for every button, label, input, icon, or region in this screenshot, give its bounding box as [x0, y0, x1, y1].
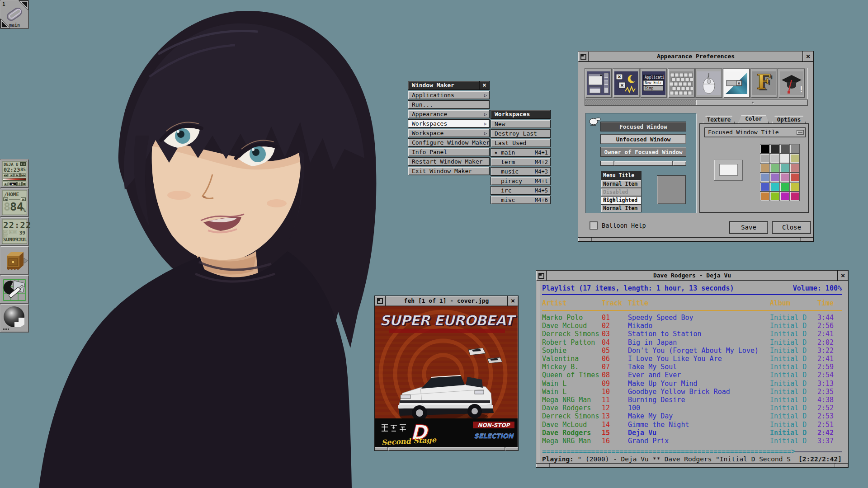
- playlist-row[interactable]: Derreck Simons03Station to StationInitia…: [542, 330, 842, 338]
- section-keyboard[interactable]: [668, 68, 695, 98]
- dockapp-config-tool[interactable]: [0, 275, 29, 304]
- workspaces-menu-item-term[interactable]: termM4+2: [491, 158, 551, 166]
- palette-color-15[interactable]: [790, 173, 799, 182]
- palette-color-10[interactable]: [780, 164, 789, 172]
- playlist-row[interactable]: Mega NRG Man11Burning DesireInitial D4:3…: [542, 396, 842, 404]
- wprefs-titlebar[interactable]: Appearance Preferences ×: [578, 52, 813, 62]
- workspaces-menu-titlebar[interactable]: Workspaces: [491, 110, 551, 119]
- dockapp-disk-usage[interactable]: /HOME ◀ ▶ 8 84 %: [0, 188, 29, 217]
- feh-close-button[interactable]: ×: [507, 296, 518, 306]
- section-appearance[interactable]: ×: [723, 68, 750, 98]
- column-artist[interactable]: Artist: [542, 299, 602, 307]
- menu-item-info-panel[interactable]: Info Panel: [408, 148, 490, 156]
- root-menu-titlebar[interactable]: Window Maker ×: [408, 81, 490, 90]
- menu-item-workspaces[interactable]: Workspaces▷: [408, 119, 490, 128]
- dockapp-music-player[interactable]: DEJA U 02:23 : 85 ◀◀ ◀ ▶ ▶▶ ▲ ▶ ‖ ■: [0, 159, 29, 188]
- scrollbar-thumb[interactable]: [696, 100, 807, 105]
- music-next-button[interactable]: ▶▶: [20, 173, 26, 177]
- column-track[interactable]: Track: [602, 299, 628, 307]
- palette-color-11[interactable]: [790, 164, 799, 172]
- music-stop-button[interactable]: ■: [22, 182, 26, 186]
- workspaces-menu-item-irc[interactable]: ircM4+5: [491, 186, 551, 195]
- playlist-row[interactable]: Derreck Simons13Make My DayInitial D2:53: [542, 412, 842, 420]
- dockapp-clock[interactable]: 22:22 AM ALRM PM 39 SUN09JUL: [0, 217, 29, 246]
- wprefs-close-button[interactable]: ×: [802, 52, 813, 62]
- toolbar-scrollbar[interactable]: [585, 99, 808, 106]
- workspaces-menu-item-new[interactable]: New: [491, 120, 551, 128]
- playlist-row[interactable]: Marko Polo01Speedy Speed BoyInitial D3:4…: [542, 314, 842, 322]
- menu-sample-disabled[interactable]: Disabled Item: [601, 188, 642, 196]
- music-pause-button[interactable]: ‖: [17, 182, 22, 186]
- palette-color-17[interactable]: [770, 183, 779, 191]
- tab-color[interactable]: Color: [738, 115, 769, 123]
- balloon-help-checkbox[interactable]: [590, 221, 598, 230]
- close-button[interactable]: Close: [772, 221, 811, 234]
- workspaces-menu-item-misc[interactable]: miscM4+6: [491, 196, 551, 204]
- playlist-row[interactable]: Wain L10Goodbye Yellow Brick RoadInitial…: [542, 388, 842, 396]
- playlist-row[interactable]: Dave McLoud14Gimme the NightInitial D2:5…: [542, 421, 842, 429]
- workspaces-menu-item-last-used[interactable]: Last Used: [491, 139, 551, 147]
- music-prev-button[interactable]: ◀◀: [3, 173, 8, 177]
- playlist-row[interactable]: Mega NRG Man16Grand PrixInitial D3:37: [542, 437, 842, 445]
- palette-color-7[interactable]: [790, 154, 799, 163]
- section-menu-prefs[interactable]: Applicati New Entr Gimp: [640, 68, 667, 98]
- palette-color-14[interactable]: [780, 173, 789, 182]
- player-titlebar[interactable]: Dave Rodgers - Deja Vu ×: [536, 271, 848, 281]
- palette-color-23[interactable]: [790, 192, 799, 201]
- palette-color-12[interactable]: [760, 173, 769, 182]
- palette-color-19[interactable]: [790, 183, 799, 191]
- playlist-row[interactable]: Dave Rodgers15Deja VuInitial D2:42: [542, 429, 842, 437]
- menu-sample-normal[interactable]: Normal Item: [601, 180, 642, 188]
- palette-color-18[interactable]: [780, 183, 789, 191]
- owner-window-sample[interactable]: Owner of Focused Window: [600, 147, 686, 157]
- workspace-clip[interactable]: 1 main: [0, 0, 29, 29]
- music-play-button[interactable]: ▶: [9, 182, 17, 186]
- palette-color-13[interactable]: [770, 173, 779, 182]
- feh-miniaturize-button[interactable]: [375, 296, 386, 306]
- playlist-row[interactable]: Queen of Times08Ever and EverInitial D2:…: [542, 371, 842, 379]
- playlist-row[interactable]: Sophie05Don't You (Forget About My Love)…: [542, 347, 842, 355]
- section-expert[interactable]: !: [778, 68, 805, 98]
- workspaces-menu-item-piracy[interactable]: piracyM4+t: [491, 177, 551, 185]
- section-font[interactable]: F F: [750, 68, 778, 98]
- playlist-row[interactable]: Valentina06I Love You Like You AreInitia…: [542, 355, 842, 363]
- menu-item-appearance[interactable]: Appearance▷: [408, 110, 490, 118]
- track-progress-line[interactable]: ========================================…: [542, 447, 842, 455]
- palette-color-20[interactable]: [760, 192, 769, 201]
- workspaces-menu-item-main[interactable]: ◈mainM4+1: [491, 148, 551, 157]
- menu-sample-title[interactable]: Menu Title: [601, 171, 642, 180]
- column-time[interactable]: Time: [817, 299, 842, 307]
- dockapp-drawer[interactable]: [0, 246, 29, 275]
- playlist-row[interactable]: Dave Rodgers12100Initial D2:52: [542, 404, 842, 412]
- focused-window-sample[interactable]: Focused Window: [600, 122, 686, 131]
- tab-texture[interactable]: Texture: [703, 116, 735, 123]
- music-eject-button[interactable]: ▲: [3, 182, 8, 186]
- music-rewind-button[interactable]: ◀: [9, 173, 14, 177]
- section-mouse[interactable]: [695, 68, 722, 98]
- menu-item-run-[interactable]: Run...: [408, 100, 490, 109]
- player-close-button[interactable]: ×: [837, 271, 848, 281]
- playlist-row[interactable]: Mickey B.07Take My SoulInitial D2:59: [542, 363, 842, 371]
- player-miniaturize-button[interactable]: [536, 271, 547, 281]
- menu-sample-normal[interactable]: Normal Item: [601, 204, 642, 212]
- palette-color-4[interactable]: [760, 154, 769, 163]
- menu-item-configure-window-maker[interactable]: Configure Window Maker: [408, 138, 490, 147]
- terminal-scrollbar[interactable]: [537, 281, 540, 463]
- player-resizebar[interactable]: [536, 463, 848, 467]
- section-window-focus[interactable]: [585, 68, 612, 98]
- palette-color-21[interactable]: [770, 192, 779, 201]
- playlist-row[interactable]: Wain L09Make Up Your MindInitial D3:13: [542, 380, 842, 388]
- palette-color-8[interactable]: [760, 164, 769, 172]
- save-button[interactable]: Save: [729, 221, 768, 234]
- palette-color-9[interactable]: [770, 164, 779, 172]
- dockapp-sphere[interactable]: [0, 304, 29, 333]
- palette-color-0[interactable]: [760, 145, 769, 153]
- palette-color-5[interactable]: [770, 154, 779, 163]
- palette-color-22[interactable]: [780, 192, 789, 201]
- workspaces-menu-item-destroy-last[interactable]: Destroy Last: [491, 129, 551, 138]
- music-progress-bar[interactable]: [3, 178, 26, 181]
- tab-options[interactable]: Options: [772, 116, 806, 123]
- wprefs-resizebar[interactable]: [578, 237, 813, 241]
- palette-color-1[interactable]: [770, 145, 779, 153]
- playlist-row[interactable]: Dave McLoud02MikadoInitial D2:56: [542, 322, 842, 330]
